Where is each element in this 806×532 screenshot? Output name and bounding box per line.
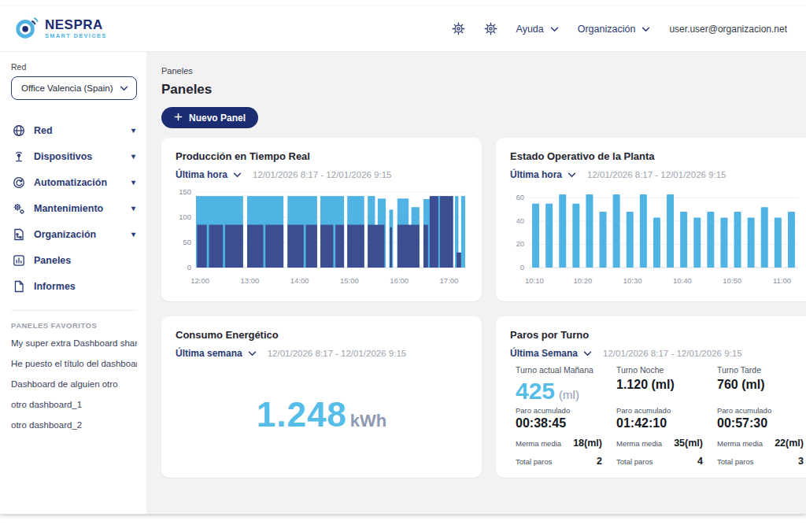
merma-media-row: Merma media18(ml) — [516, 438, 608, 449]
sidebar-item-label: Paneles — [34, 255, 71, 266]
favorites-list: My super extra Dashboard shared wit...He… — [11, 333, 137, 435]
svg-text:13:00: 13:00 — [241, 276, 260, 285]
chevron-down-icon — [550, 24, 559, 35]
date-range: 12/01/2026 8:17 - 12/01/2026 9:15 — [268, 349, 407, 358]
network-label: Red — [11, 62, 137, 72]
admin-gear-icon[interactable] — [484, 22, 497, 35]
sidebar-item-label: Organización — [34, 229, 96, 240]
period-selector[interactable]: Última semana — [176, 348, 257, 359]
svg-text:17:00: 17:00 — [440, 276, 459, 285]
shift-name: Turno Tarde — [717, 365, 806, 376]
merma-media-value: 22(ml) — [775, 438, 804, 449]
page-title: Paneles — [161, 82, 806, 98]
sidebar-item-automatizaci-n[interactable]: Automatización▾ — [11, 169, 137, 195]
caret-down-icon: ▾ — [131, 178, 135, 187]
main-content: Paneles Paneles Nuevo Panel Producción e… — [146, 52, 806, 514]
card-consumo: Consumo Energético Última semana 12/01/2… — [161, 316, 482, 478]
card-title: Producción en Tiempo Real — [176, 150, 468, 162]
sidebar-item-mantenimiento[interactable]: Mantenimiento▾ — [11, 195, 137, 221]
chevron-down-icon — [568, 169, 576, 180]
network-select-value: Office Valencia (Spain) — [21, 83, 113, 93]
sidebar-item-organizaci-n[interactable]: Organización▾ — [11, 221, 137, 247]
sidebar-item-label: Informes — [34, 281, 76, 292]
paro-acumulado-value: 00:57:30 — [717, 416, 806, 430]
svg-text:11:00: 11:00 — [773, 276, 791, 285]
user-email[interactable]: user.user@organizacion.net — [669, 24, 787, 35]
caret-down-icon: ▾ — [131, 204, 135, 212]
card-title: Consumo Energético — [176, 329, 468, 341]
caret-down-icon: ▾ — [131, 126, 135, 135]
merma-media-label: Merma media — [616, 439, 662, 448]
shift-name: Turno actual Mañana — [516, 365, 608, 376]
chevron-down-icon — [583, 348, 592, 359]
svg-text:60: 60 — [516, 193, 524, 201]
organization-menu[interactable]: Organización — [578, 24, 651, 35]
sidebar-item-label: Mantenimiento — [34, 203, 103, 214]
svg-text:0: 0 — [187, 263, 191, 272]
period-selector[interactable]: Última Semana — [510, 348, 592, 359]
total-paros-value: 2 — [597, 456, 602, 467]
sidebar-item-paneles[interactable]: Paneles — [11, 247, 137, 273]
svg-text:150: 150 — [179, 187, 191, 196]
paro-acumulado-label: Paro acumulado — [717, 406, 806, 415]
metric-unit: kWh — [350, 411, 386, 430]
caret-down-icon: ▾ — [131, 230, 135, 238]
total-paros-label: Total paros — [616, 457, 653, 466]
svg-text:10:30: 10:30 — [623, 276, 642, 285]
svg-text:10:10: 10:10 — [525, 276, 544, 285]
sidebar-item-label: Red — [34, 125, 53, 136]
merma-media-row: Merma media22(ml) — [717, 438, 806, 449]
favorite-panel-link[interactable]: otro dashboard_1 — [11, 394, 137, 415]
organization-icon — [13, 228, 25, 241]
svg-text:50: 50 — [183, 238, 191, 246]
period-selector[interactable]: Última hora — [176, 169, 242, 180]
card-title: Estado Operativo de la Planta — [510, 150, 802, 162]
merma-media-label: Merma media — [516, 439, 561, 448]
sidebar-item-informes[interactable]: Informes — [11, 273, 137, 299]
date-range: 12/01/2026 8:17 - 12/01/2026 9:15 — [603, 349, 742, 358]
favorites-section: PANELES FAVORITOS My super extra Dashboa… — [11, 310, 137, 435]
top-header: NESPRA SMART DEVICES Ayuda Organización … — [0, 6, 806, 52]
new-panel-button[interactable]: Nuevo Panel — [161, 107, 258, 128]
nespra-logo-icon — [14, 15, 39, 43]
total-paros-value: 4 — [697, 456, 703, 467]
merma-media-value: 18(ml) — [573, 438, 602, 449]
svg-text:14:00: 14:00 — [290, 276, 309, 285]
estado-chart: 020406010:1010:2010:3010:4010:5011:00 — [510, 186, 802, 291]
total-paros-row: Total paros4 — [616, 456, 709, 467]
sidebar: Red Office Valencia (Spain) Red▾Disposit… — [0, 52, 146, 514]
paro-acumulado-label: Paro acumulado — [616, 406, 709, 415]
shift-column: Turno Noche1.120 (ml)Paro acumulado01:42… — [616, 365, 709, 467]
sidebar-nav: Red▾Dispositivos▾Automatización▾Mantenim… — [11, 117, 137, 299]
shift-column: Turno actual Mañana425 (ml)Paro acumulad… — [516, 365, 608, 467]
period-selector[interactable]: Última hora — [510, 169, 576, 180]
favorite-panel-link[interactable]: He puesto el título del dashboard tan... — [11, 353, 137, 374]
automation-icon — [13, 176, 25, 189]
help-label: Ayuda — [516, 24, 544, 35]
sidebar-item-label: Automatización — [34, 177, 107, 188]
organization-label: Organización — [578, 24, 636, 35]
paro-acumulado-label: Paro acumulado — [516, 406, 608, 415]
shift-value: 1.120 (ml) — [616, 378, 709, 403]
maintenance-icon — [13, 202, 25, 215]
svg-text:12:00: 12:00 — [190, 276, 209, 285]
favorite-panel-link[interactable]: Dashboard de alguien otro — [11, 374, 137, 394]
brand-logo[interactable]: NESPRA SMART DEVICES — [14, 15, 107, 43]
shifts-stats: Turno actual Mañana425 (ml)Paro acumulad… — [510, 365, 802, 467]
shift-value: 760 (ml) — [717, 378, 806, 403]
sidebar-item-dispositivos[interactable]: Dispositivos▾ — [11, 143, 137, 169]
metric-value: 1.248 — [257, 395, 347, 434]
network-select[interactable]: Office Valencia (Spain) — [11, 76, 137, 100]
svg-text:20: 20 — [516, 239, 524, 248]
card-estado: Estado Operativo de la Planta Última hor… — [496, 138, 806, 301]
help-menu[interactable]: Ayuda — [516, 24, 559, 35]
device-icon — [13, 150, 25, 163]
favorite-panel-link[interactable]: otro dashboard_2 — [11, 415, 137, 435]
energy-metric: 1.248kWh — [176, 395, 468, 434]
chevron-down-icon — [233, 169, 242, 180]
settings-gear-icon[interactable] — [452, 22, 465, 35]
sidebar-item-label: Dispositivos — [34, 151, 92, 162]
sidebar-item-red[interactable]: Red▾ — [11, 117, 137, 143]
chevron-down-icon — [248, 348, 257, 359]
favorite-panel-link[interactable]: My super extra Dashboard shared wit... — [11, 333, 137, 353]
